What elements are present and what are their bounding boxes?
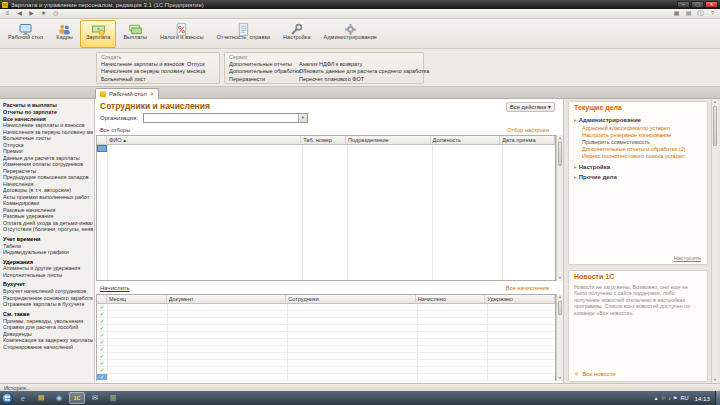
start-button[interactable] bbox=[2, 393, 13, 404]
show-desktop-button[interactable] bbox=[715, 391, 720, 405]
service-action-link[interactable]: Дополнительные отчеты bbox=[229, 61, 300, 68]
close-button[interactable]: ✕ bbox=[705, 1, 718, 8]
column-header[interactable]: Документ bbox=[167, 295, 286, 303]
sidebar-link[interactable]: Индивидуальные графики bbox=[3, 249, 93, 256]
accrual-row[interactable]: ✓ bbox=[97, 374, 555, 381]
main-menu-icon[interactable]: ≡ bbox=[3, 9, 12, 18]
todo-item[interactable]: Дополнительные отчеты и обработки (2) bbox=[574, 146, 705, 153]
ribbon-tab-settings[interactable]: Настройка bbox=[277, 20, 317, 48]
all-news-link[interactable]: ✳ Все новости bbox=[574, 371, 616, 377]
taskbar-explorer-folder-icon[interactable]: ▤ bbox=[33, 392, 49, 404]
sidebar-link[interactable]: Начисление зарплаты и взносов bbox=[3, 122, 93, 129]
todo-configure-link[interactable]: Настроить bbox=[674, 255, 701, 261]
sidebar-link[interactable]: Отражение зарплаты в бухучете bbox=[3, 301, 93, 308]
accrual-row[interactable]: ✓ bbox=[97, 311, 555, 318]
ribbon-tab-administration[interactable]: Администрирование bbox=[318, 20, 383, 48]
employees-scrollbar[interactable]: ▲ ▼ bbox=[556, 135, 563, 281]
service-action-link[interactable]: Дополнительные обработки bbox=[229, 68, 300, 75]
accruals-scrollbar[interactable]: ▲ ▼ bbox=[556, 294, 563, 381]
taskbar-media-player-icon[interactable]: ◉ bbox=[51, 392, 67, 404]
column-header[interactable]: Таб. номер bbox=[301, 136, 346, 144]
service-action-link[interactable]: Переразнести bbox=[229, 76, 300, 83]
volume-icon[interactable]: ♪ bbox=[668, 395, 671, 401]
column-header[interactable]: Удержано bbox=[485, 295, 555, 303]
todo-item[interactable]: Индекс полнотекстового поиска устарел bbox=[574, 153, 705, 160]
taskbar-mail-icon[interactable]: ✉ bbox=[87, 392, 103, 404]
sidebar-link[interactable]: Сторнирование начислений bbox=[3, 344, 93, 351]
info-icon[interactable]: ⓘ bbox=[696, 9, 705, 18]
combo-dropdown-icon[interactable]: ▾ bbox=[298, 114, 307, 122]
ribbon-tab-desktop[interactable]: Рабочий стол bbox=[2, 20, 49, 48]
back-icon[interactable]: ◀ bbox=[15, 9, 24, 18]
scroll-down-icon[interactable]: ▼ bbox=[557, 275, 563, 281]
maximize-button[interactable]: ▢ bbox=[691, 1, 704, 8]
create-action-link[interactable]: Больничный лист bbox=[101, 76, 205, 83]
network-icon[interactable]: ⚐ bbox=[662, 395, 667, 401]
show-hidden-icons-button[interactable]: ▲ bbox=[653, 395, 658, 401]
calendar-icon[interactable]: ▤ bbox=[684, 9, 693, 18]
right-panel-scrollbar[interactable]: ▲ ▼ bbox=[711, 99, 718, 383]
column-header[interactable]: Месяц bbox=[107, 295, 167, 303]
column-header[interactable]: Начислено bbox=[416, 295, 486, 303]
minimize-button[interactable]: – bbox=[677, 1, 690, 8]
scroll-up-icon[interactable]: ▲ bbox=[557, 135, 563, 141]
accrual-row[interactable]: ✓ bbox=[97, 304, 555, 311]
sidebar-link[interactable]: Исполнительные листы bbox=[3, 272, 93, 279]
column-header[interactable]: Должность bbox=[431, 136, 501, 144]
organization-input[interactable] bbox=[144, 114, 298, 122]
accrual-row[interactable]: ✓ bbox=[97, 367, 555, 374]
all-accruals-link[interactable]: Все начисления bbox=[506, 285, 549, 291]
ribbon-tab-reports[interactable]: Отчетность, справки bbox=[211, 20, 277, 48]
column-header[interactable]: Подразделение bbox=[346, 136, 431, 144]
accrual-row[interactable]: ✓ bbox=[97, 318, 555, 325]
scroll-thumb[interactable] bbox=[558, 142, 562, 166]
ribbon-tab-salary[interactable]: Зарплата bbox=[80, 20, 117, 48]
calculator-icon[interactable]: ▦ bbox=[672, 9, 681, 18]
all-actions-button[interactable]: Все действия ▾ bbox=[506, 102, 555, 112]
accrual-row[interactable]: ✓ bbox=[97, 339, 555, 346]
sidebar-link[interactable]: Расчеты и выплаты bbox=[3, 102, 93, 109]
column-header[interactable]: Дата приема bbox=[500, 136, 555, 144]
service-action-link[interactable]: Обновить данные для расчета среднего зар… bbox=[299, 68, 429, 75]
ribbon-tab-personnel[interactable]: Кадры bbox=[50, 20, 79, 48]
forward-icon[interactable]: ▶ bbox=[27, 9, 36, 18]
accrual-row[interactable]: ✓ bbox=[97, 346, 555, 353]
taskbar-clock[interactable]: 14:13 bbox=[692, 395, 713, 402]
sidebar-link[interactable]: Предыдущие повышения окладов bbox=[3, 174, 93, 181]
accrual-row[interactable]: ✓ bbox=[97, 325, 555, 332]
help-icon[interactable]: ? bbox=[708, 9, 717, 18]
scroll-up-icon[interactable]: ▲ bbox=[557, 294, 563, 300]
todo-group-header[interactable]: ▸Прочие дела bbox=[574, 174, 705, 182]
action-center-icon[interactable]: ⚑ bbox=[673, 395, 678, 401]
sidebar-link[interactable]: Все начисления bbox=[3, 116, 93, 123]
organization-combo[interactable]: ▾ bbox=[143, 113, 308, 123]
history-icon[interactable]: ◷ bbox=[51, 9, 60, 18]
close-tab-icon[interactable]: ✕ bbox=[150, 91, 155, 97]
accrual-row[interactable]: ✓ bbox=[97, 332, 555, 339]
accrue-button[interactable]: Начислить bbox=[100, 285, 130, 291]
employees-table-body[interactable] bbox=[97, 145, 555, 280]
scroll-down-icon[interactable]: ▼ bbox=[557, 375, 563, 381]
scroll-thumb[interactable] bbox=[713, 106, 717, 146]
todo-item[interactable]: Адресный классификатор устарел bbox=[574, 125, 705, 132]
sidebar-link[interactable]: Отчеты по зарплате bbox=[3, 109, 93, 116]
sidebar-link[interactable]: Компенсация за задержку зарплаты bbox=[3, 337, 93, 344]
accrual-row[interactable]: ✓ bbox=[97, 360, 555, 367]
taskbar-documents-icon[interactable]: ▥ bbox=[105, 392, 121, 404]
language-indicator[interactable]: RU bbox=[680, 395, 688, 401]
favorites-icon[interactable]: ★ bbox=[39, 9, 48, 18]
todo-group-header[interactable]: ▸Настройка bbox=[574, 164, 705, 172]
taskbar-internet-explorer-icon[interactable]: e bbox=[15, 392, 31, 404]
accruals-table-body[interactable]: ✓✓✓✓✓✓✓✓✓✓✓ bbox=[97, 304, 555, 382]
column-header[interactable]: ФИО ▴ bbox=[107, 136, 301, 144]
todo-item[interactable]: Настроить резервное копирование bbox=[574, 132, 705, 139]
filter-configured-link[interactable]: Отбор настроен bbox=[507, 127, 549, 133]
ribbon-tab-taxes[interactable]: Налоги и взносы bbox=[154, 20, 209, 48]
filter-scope-label[interactable]: Все отборы bbox=[100, 127, 130, 133]
ribbon-tab-payments[interactable]: Выплаты bbox=[117, 20, 153, 48]
create-action-link[interactable]: Отпуск bbox=[187, 61, 205, 68]
sidebar-link[interactable]: Отсутствия (болезни, прогулы, неявки) bbox=[3, 226, 93, 233]
accrual-row[interactable]: ✓ bbox=[97, 353, 555, 360]
create-action-link[interactable]: Начисления за первую половину месяца bbox=[101, 68, 205, 75]
taskbar-1c-enterprise-icon[interactable]: 1С bbox=[69, 392, 85, 404]
